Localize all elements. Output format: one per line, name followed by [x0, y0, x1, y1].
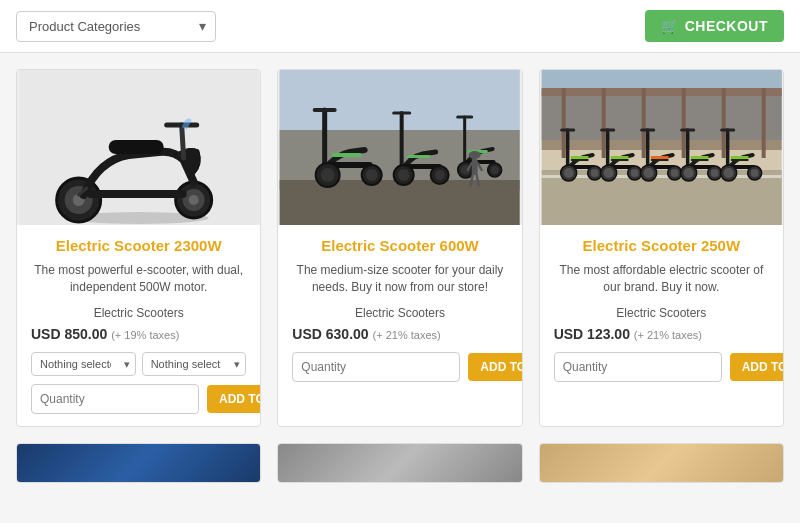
product-category-2300w: Electric Scooters [31, 306, 246, 320]
svg-point-90 [683, 168, 693, 178]
products-grid: Electric Scooter 2300W The most powerful… [0, 53, 800, 443]
product-footer-250w: ADD TO CART [554, 352, 769, 382]
svg-rect-32 [407, 155, 431, 158]
add-to-cart-button-250w[interactable]: ADD TO CART [730, 353, 784, 381]
add-to-cart-button-600w[interactable]: ADD TO CART [468, 353, 522, 381]
option2-wrapper-2300w: Nothing selected [142, 352, 247, 376]
svg-point-7 [189, 195, 199, 205]
svg-rect-84 [650, 156, 668, 159]
toolbar: Product Categories 🛒 CHECKOUT [0, 0, 800, 53]
checkout-label: CHECKOUT [685, 18, 768, 34]
product-desc-250w: The most affordable electric scooter of … [554, 262, 769, 296]
product-desc-2300w: The most powerful e-scooter, with dual, … [31, 262, 246, 296]
svg-rect-67 [570, 159, 588, 161]
product-body-2300w: Electric Scooter 2300W The most powerful… [17, 225, 260, 426]
checkout-button[interactable]: 🛒 CHECKOUT [645, 10, 784, 42]
svg-rect-50 [541, 88, 781, 96]
product-category-600w: Electric Scooters [292, 306, 507, 320]
option1-select-2300w[interactable]: Nothing selected [31, 352, 136, 376]
svg-rect-57 [541, 170, 781, 225]
svg-point-41 [469, 151, 481, 159]
product-card-2300w: Electric Scooter 2300W The most powerful… [16, 69, 261, 427]
svg-rect-42 [472, 159, 478, 175]
bottom-card-1 [16, 443, 261, 483]
bottom-products-row [0, 443, 800, 499]
quantity-input-2300w[interactable] [31, 384, 199, 414]
product-name-600w: Electric Scooter 600W [292, 237, 507, 254]
svg-point-65 [590, 169, 598, 177]
svg-rect-53 [641, 88, 645, 158]
svg-point-72 [603, 168, 613, 178]
quantity-input-250w[interactable] [554, 352, 722, 382]
product-card-250w: Electric Scooter 250W The most affordabl… [539, 69, 784, 427]
svg-rect-58 [541, 175, 781, 178]
svg-rect-8 [109, 140, 164, 154]
cart-icon: 🛒 [661, 18, 679, 34]
product-desc-600w: The medium-size scooter for your daily n… [292, 262, 507, 296]
option1-wrapper-2300w: Nothing selected [31, 352, 136, 376]
svg-rect-75 [610, 156, 628, 159]
svg-point-63 [563, 168, 573, 178]
svg-rect-93 [690, 156, 708, 159]
product-image-250w [540, 70, 783, 225]
svg-point-39 [491, 166, 499, 174]
product-tax-600w: (+ 21% taxes) [373, 329, 441, 341]
svg-rect-24 [332, 153, 362, 157]
product-image-2300w [17, 70, 260, 225]
svg-point-29 [398, 169, 410, 181]
bottom-card-3 [539, 443, 784, 483]
svg-rect-94 [690, 159, 708, 161]
product-body-250w: Electric Scooter 250W The most affordabl… [540, 225, 783, 426]
svg-rect-66 [570, 156, 588, 159]
svg-point-99 [723, 168, 733, 178]
svg-rect-103 [730, 159, 748, 161]
category-select[interactable]: Product Categories [16, 11, 216, 42]
svg-rect-54 [681, 88, 685, 158]
svg-rect-52 [601, 88, 605, 158]
product-card-600w: Electric Scooter 600W The medium-size sc… [277, 69, 522, 427]
product-footer-2300w: ADD TO CART [31, 384, 246, 414]
svg-rect-51 [561, 88, 565, 158]
svg-point-101 [750, 169, 758, 177]
svg-point-83 [670, 169, 678, 177]
svg-point-92 [710, 169, 718, 177]
add-to-cart-button-2300w[interactable]: ADD TO CART [207, 385, 261, 413]
product-body-600w: Electric Scooter 600W The medium-size sc… [278, 225, 521, 426]
svg-point-23 [366, 169, 378, 181]
product-footer-600w: ADD TO CART [292, 352, 507, 382]
svg-point-81 [643, 168, 653, 178]
product-name-2300w: Electric Scooter 2300W [31, 237, 246, 254]
bottom-card-2 [277, 443, 522, 483]
product-name-250w: Electric Scooter 250W [554, 237, 769, 254]
svg-rect-16 [280, 180, 520, 225]
quantity-input-600w[interactable] [292, 352, 460, 382]
svg-rect-11 [87, 190, 187, 198]
svg-point-31 [435, 170, 445, 180]
svg-rect-49 [541, 90, 781, 150]
svg-rect-85 [650, 159, 668, 161]
svg-line-9 [182, 125, 184, 158]
product-price-600w: USD 630.00 (+ 21% taxes) [292, 326, 507, 342]
product-tax-250w: (+ 21% taxes) [634, 329, 702, 341]
svg-point-21 [321, 168, 335, 182]
product-tax-2300w: (+ 19% taxes) [111, 329, 179, 341]
product-price-2300w: USD 850.00 (+ 19% taxes) [31, 326, 246, 342]
svg-rect-55 [721, 88, 725, 158]
product-options-2300w: Nothing selected Nothing selected [31, 352, 246, 376]
product-category-250w: Electric Scooters [554, 306, 769, 320]
product-price-250w: USD 123.00 (+ 21% taxes) [554, 326, 769, 342]
product-image-600w [278, 70, 521, 225]
option2-select-2300w[interactable]: Nothing selected [142, 352, 247, 376]
svg-rect-102 [730, 156, 748, 159]
svg-point-74 [630, 169, 638, 177]
svg-rect-76 [610, 159, 628, 161]
category-filter-wrapper: Product Categories [16, 11, 216, 42]
svg-rect-56 [761, 88, 765, 158]
